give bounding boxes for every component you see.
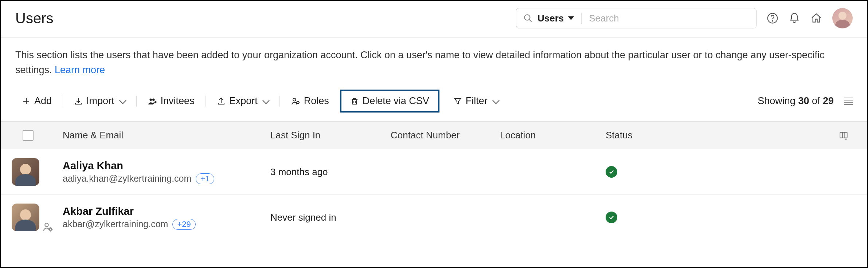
- user-name-cell: Aaliya Khan aaliya.khan@zylkertraining.c…: [63, 160, 270, 184]
- user-email-row: aaliya.khan@zylkertraining.com +1: [63, 173, 270, 184]
- toolbar-separator: [136, 96, 137, 107]
- showing-of: of: [809, 95, 823, 106]
- column-settings-icon[interactable]: [834, 131, 853, 140]
- help-icon[interactable]: [767, 12, 778, 24]
- showing-counter: Showing 30 of 29: [758, 95, 834, 107]
- column-contact-header[interactable]: Contact Number: [391, 130, 500, 141]
- home-icon[interactable]: [810, 12, 822, 24]
- select-all-checkbox[interactable]: [23, 130, 34, 141]
- search-input[interactable]: [589, 13, 750, 24]
- search-scope-selector[interactable]: Users: [537, 13, 582, 24]
- add-label: Add: [34, 95, 52, 107]
- user-name-cell: Akbar Zulfikar akbar@zylkertraining.com …: [63, 205, 270, 230]
- table-row[interactable]: Aaliya Khan aaliya.khan@zylkertraining.c…: [1, 149, 867, 195]
- column-location-header[interactable]: Location: [500, 130, 606, 141]
- header: Users Users: [1, 1, 867, 38]
- density-icon[interactable]: [844, 98, 853, 105]
- count-badge[interactable]: +29: [172, 219, 195, 230]
- column-signin-header[interactable]: Last Sign In: [270, 130, 391, 141]
- chevron-down-icon: [262, 97, 270, 104]
- search-scope-label: Users: [537, 13, 564, 24]
- status-active-icon: [606, 212, 617, 223]
- status-active-icon: [606, 166, 617, 178]
- showing-total: 29: [823, 95, 834, 106]
- user-avatar: [12, 158, 39, 186]
- import-button[interactable]: Import: [71, 94, 128, 108]
- signin-cell: Never signed in: [270, 212, 391, 223]
- svg-point-10: [293, 98, 296, 101]
- learn-more-link[interactable]: Learn more: [55, 64, 105, 75]
- user-email: akbar@zylkertraining.com: [63, 219, 168, 229]
- invitees-button[interactable]: Invitees: [145, 94, 198, 108]
- profile-avatar[interactable]: [832, 8, 853, 28]
- roles-button[interactable]: Roles: [288, 94, 332, 108]
- user-name[interactable]: Akbar Zulfikar: [63, 205, 270, 217]
- export-button[interactable]: Export: [214, 94, 271, 108]
- column-status-header[interactable]: Status: [606, 130, 834, 141]
- table-header: Name & Email Last Sign In Contact Number…: [1, 121, 867, 149]
- signin-cell: 3 months ago: [270, 166, 391, 178]
- toolbar-separator: [63, 96, 63, 107]
- export-label: Export: [229, 95, 258, 107]
- svg-point-18: [50, 228, 52, 230]
- search-icon: [522, 12, 534, 24]
- svg-line-1: [529, 19, 532, 22]
- status-cell: [606, 166, 853, 178]
- delete-via-csv-button[interactable]: Delete via CSV: [340, 90, 439, 113]
- user-avatar-cell: [12, 204, 63, 231]
- description-text: This section lists the users that have b…: [15, 50, 824, 75]
- showing-prefix: Showing: [758, 95, 798, 106]
- svg-point-7: [152, 98, 155, 101]
- svg-point-6: [149, 98, 152, 101]
- roles-label: Roles: [304, 95, 329, 107]
- chevron-down-icon: [119, 97, 126, 104]
- filter-label: Filter: [466, 95, 488, 107]
- filter-button[interactable]: Filter: [450, 94, 501, 108]
- admin-gear-icon: [42, 221, 54, 233]
- add-button[interactable]: Add: [19, 94, 55, 108]
- chevron-down-icon: [492, 97, 500, 104]
- toolbar-separator: [206, 96, 206, 107]
- user-email-row: akbar@zylkertraining.com +29: [63, 219, 270, 230]
- svg-point-3: [772, 20, 773, 21]
- page-title: Users: [15, 10, 53, 27]
- import-label: Import: [86, 95, 114, 107]
- invitees-label: Invitees: [161, 95, 195, 107]
- svg-point-0: [524, 15, 530, 20]
- search-container[interactable]: Users: [516, 8, 756, 28]
- user-email: aaliya.khan@zylkertraining.com: [63, 173, 191, 184]
- caret-down-icon: [568, 16, 574, 20]
- user-avatar: [12, 204, 39, 231]
- toolbar-separator: [279, 96, 280, 107]
- showing-count: 30: [798, 95, 809, 106]
- svg-point-17: [45, 223, 48, 226]
- column-checkbox: [23, 130, 63, 141]
- user-name[interactable]: Aaliya Khan: [63, 160, 270, 172]
- column-name-header[interactable]: Name & Email: [63, 130, 270, 141]
- delete-csv-label: Delete via CSV: [363, 95, 429, 107]
- header-right: Users: [516, 8, 853, 28]
- table-row[interactable]: Akbar Zulfikar akbar@zylkertraining.com …: [1, 195, 867, 240]
- user-avatar-cell: [12, 158, 63, 186]
- status-cell: [606, 212, 853, 223]
- section-description: This section lists the users that have b…: [1, 38, 867, 80]
- svg-rect-14: [840, 132, 847, 138]
- toolbar: Add Import Invitees Export Roles Delete …: [1, 80, 867, 121]
- count-badge[interactable]: +1: [196, 173, 214, 184]
- bell-icon[interactable]: [789, 12, 800, 24]
